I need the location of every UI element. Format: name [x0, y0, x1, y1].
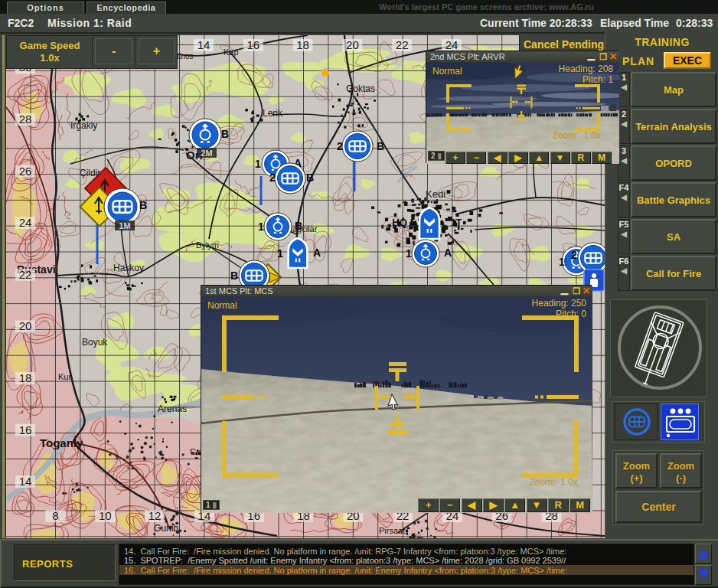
svg-text:22: 22 — [396, 38, 409, 51]
svg-text:1: 1 — [255, 158, 261, 170]
svg-text:1: 1 — [258, 220, 264, 233]
svg-text:Kur: Kur — [58, 372, 71, 381]
svg-text:Pirsaat: Pirsaat — [379, 526, 405, 535]
svg-text:Pitch: 1: Pitch: 1 — [583, 74, 613, 85]
svg-text:B: B — [139, 199, 147, 211]
svg-text:Kap: Kap — [224, 47, 239, 57]
svg-text:B: B — [221, 128, 229, 140]
svg-text:2M: 2M — [201, 149, 212, 158]
svg-text:Normal: Normal — [207, 300, 237, 311]
svg-text:24: 24 — [19, 216, 32, 229]
svg-text:2: 2 — [269, 172, 276, 184]
svg-text:1: 1 — [559, 256, 565, 268]
svg-text:1M: 1M — [119, 221, 130, 230]
svg-text:18: 18 — [296, 38, 309, 51]
svg-text:28: 28 — [19, 113, 32, 126]
svg-text:Zoom: 1.0x: Zoom: 1.0x — [530, 477, 578, 488]
svg-text:22: 22 — [19, 268, 32, 281]
svg-text:A: A — [444, 247, 452, 259]
svg-text:Gunib: Gunib — [154, 523, 178, 534]
svg-text:HQ: HQ — [392, 217, 407, 228]
svg-text:Heading: 208: Heading: 208 — [559, 64, 614, 74]
svg-text:B: B — [377, 140, 384, 152]
svg-text:Arenas: Arenas — [158, 403, 187, 414]
svg-text:16: 16 — [19, 423, 32, 436]
svg-text:A: A — [313, 247, 321, 259]
svg-text:Toganly: Toganly — [40, 436, 83, 449]
svg-text:10: 10 — [99, 509, 112, 522]
svg-text:Cu: Cu — [190, 447, 201, 456]
svg-text:12: 12 — [148, 509, 162, 522]
svg-text:18: 18 — [19, 371, 32, 384]
svg-text:Goktas: Goktas — [346, 83, 375, 94]
svg-text:24: 24 — [445, 38, 459, 51]
svg-text:1T: 1T — [451, 217, 462, 228]
svg-text:B: B — [306, 172, 314, 184]
svg-text:B: B — [295, 220, 302, 232]
svg-text:1: 1 — [406, 247, 412, 260]
svg-text:16: 16 — [246, 38, 259, 51]
svg-text:Kedi: Kedi — [426, 188, 445, 200]
svg-text:Zoom: 1.0x: Zoom: 1.0x — [553, 130, 601, 141]
svg-text:20: 20 — [346, 38, 359, 51]
svg-text:1: 1 — [277, 247, 283, 260]
svg-text:Irgakly: Irgakly — [70, 120, 97, 131]
svg-text:Normal: Normal — [432, 66, 462, 77]
svg-text:Lerik: Lerik — [263, 108, 283, 119]
svg-text:14: 14 — [197, 38, 211, 51]
svg-text:20: 20 — [19, 319, 32, 332]
svg-text:Haskoy: Haskoy — [113, 263, 144, 273]
svg-text:2: 2 — [571, 249, 577, 261]
svg-text:26: 26 — [19, 165, 32, 178]
svg-text:8: 8 — [52, 509, 58, 522]
svg-text:B: B — [230, 270, 238, 282]
svg-text:14: 14 — [19, 475, 32, 488]
svg-text:Heading: 250: Heading: 250 — [532, 298, 587, 309]
svg-text:Boyuk: Boyuk — [82, 337, 108, 348]
svg-text:2: 2 — [337, 140, 343, 152]
svg-text:Bylym: Bylym — [196, 240, 219, 250]
